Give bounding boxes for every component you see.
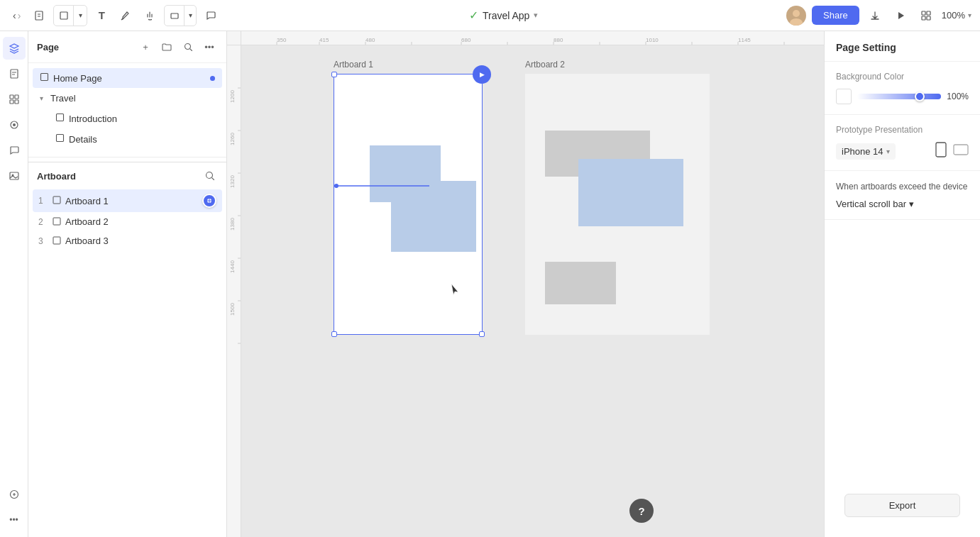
scroll-dropdown-icon[interactable]: ▾ [909, 199, 914, 209]
device-dropdown-icon[interactable]: ▾ [886, 148, 890, 155]
svg-text:1200: 1200 [229, 90, 236, 103]
page-travel-label: Travel [50, 93, 215, 104]
sidebar-icons: ••• [0, 31, 28, 537]
link-indicator[interactable] [202, 194, 216, 208]
plugins-panel-icon[interactable] [3, 483, 26, 506]
artboard-item-2[interactable]: 2 Artboard 2 [33, 212, 222, 231]
bg-color-slider[interactable] [857, 94, 941, 99]
landscape-icon[interactable] [953, 143, 969, 159]
images-panel-icon[interactable] [3, 165, 26, 187]
bg-color-title: Background Color [836, 72, 969, 82]
search-pages-btn[interactable] [180, 38, 197, 55]
export-icon[interactable] [865, 6, 885, 26]
layers-panel-icon[interactable] [3, 37, 26, 60]
pages-panel-header: Page + ••• [28, 31, 226, 63]
main-area: ••• Page + ••• Home Page [0, 31, 980, 537]
avatar[interactable] [786, 6, 806, 26]
components-panel-icon[interactable] [3, 88, 26, 111]
back-icon[interactable]: ‹ [13, 10, 16, 21]
artboard-1-frame[interactable]: ▶ [334, 74, 483, 335]
artboard-2-frame[interactable] [525, 74, 710, 335]
ruler-left-svg: 1200 1260 1320 1380 1440 1500 [227, 45, 241, 537]
title-check-icon: ✓ [469, 9, 478, 22]
canvas-area[interactable]: 350 415 480 680 880 1010 1145 [227, 31, 824, 537]
app-title-dropdown[interactable]: ▾ [534, 11, 538, 20]
export-button[interactable]: Export [844, 494, 960, 517]
svg-rect-27 [53, 237, 60, 244]
hand-icon[interactable] [140, 6, 160, 26]
artboard-num-1: 1 [38, 196, 48, 206]
shape-dropdown-icon[interactable]: ▾ [185, 6, 196, 26]
svg-rect-2 [171, 13, 178, 18]
pages-panel-actions: + ••• [137, 38, 218, 55]
shape-icon[interactable] [165, 6, 185, 26]
corner-handle-bl[interactable] [331, 331, 337, 337]
zoom-control[interactable]: 100% ▾ [942, 10, 971, 21]
prototype-title: Prototype Presentation [836, 125, 969, 135]
comments-panel-icon[interactable] [3, 139, 26, 162]
svg-rect-22 [57, 135, 64, 142]
artboard-item-3[interactable]: 3 Artboard 3 [33, 231, 222, 250]
bg-color-thumb[interactable] [915, 92, 925, 101]
pages-menu-btn[interactable]: ••• [201, 38, 218, 55]
toolbar: ‹ › ▾ T ▾ ✓ Trave [0, 0, 980, 31]
svg-rect-7 [922, 16, 925, 20]
page-home-label: Home Page [53, 73, 207, 84]
corner-handle-br[interactable] [479, 331, 485, 337]
zoom-dropdown-icon[interactable]: ▾ [968, 11, 971, 19]
page-item-details[interactable]: Details [33, 129, 222, 149]
prototype-panel-icon[interactable] [3, 114, 26, 136]
preview-icon[interactable] [891, 6, 910, 26]
svg-rect-26 [53, 218, 60, 225]
svg-rect-5 [922, 11, 925, 15]
svg-point-23 [207, 172, 213, 179]
scroll-value[interactable]: Vertical scroll bar ▾ [836, 199, 914, 209]
forward-icon[interactable]: › [18, 10, 21, 21]
pen-icon[interactable] [116, 6, 136, 26]
ruler-corner [227, 31, 241, 45]
back-forward-nav[interactable]: ‹ › [9, 7, 25, 24]
new-file-icon[interactable] [29, 6, 49, 26]
page-active-dot [210, 76, 215, 81]
add-page-btn[interactable]: + [137, 38, 154, 55]
text-icon[interactable]: T [92, 6, 111, 26]
frame-icon[interactable] [54, 6, 74, 26]
chevron-down-icon[interactable]: ▾ [74, 6, 87, 26]
prototype-device-select[interactable]: iPhone 14 ▾ [836, 143, 896, 160]
page-item-travel[interactable]: ▾ Travel [33, 89, 222, 108]
svg-rect-16 [10, 172, 18, 179]
artboard-search-btn[interactable] [202, 168, 218, 184]
device-orientation-icons [935, 142, 969, 160]
layout-icon[interactable] [916, 6, 936, 26]
svg-rect-8 [927, 16, 930, 20]
page-item-home[interactable]: Home Page [33, 68, 222, 88]
artboard-1-container: Artboard 1 ▶ [334, 60, 483, 335]
svg-text:1260: 1260 [229, 133, 236, 145]
artboard-num-2: 2 [38, 217, 48, 227]
portrait-icon[interactable] [935, 142, 947, 160]
shape-blue-3 [578, 159, 683, 226]
export-section: Export [825, 485, 980, 537]
folder-btn[interactable] [158, 38, 175, 55]
artboard-item-1[interactable]: 1 Artboard 1 [33, 189, 222, 212]
svg-rect-10 [10, 95, 13, 99]
tree-toggle-icon[interactable]: ▾ [40, 94, 43, 102]
bg-color-section: Background Color 100% [825, 62, 980, 115]
canvas-content[interactable]: Artboard 1 ▶ [241, 45, 824, 537]
app-title-label: Travel App [483, 10, 529, 21]
svg-text:1440: 1440 [229, 260, 236, 273]
comment-icon[interactable] [201, 6, 221, 26]
corner-handle-tl[interactable] [331, 72, 337, 77]
page-item-introduction[interactable]: Introduction [33, 109, 222, 128]
pages-panel-title: Page [37, 42, 59, 52]
pages-panel-icon[interactable] [3, 62, 26, 85]
artboard-play-btn[interactable]: ▶ [473, 65, 491, 84]
app-title[interactable]: Travel App ▾ [483, 10, 538, 21]
bg-color-swatch[interactable] [836, 89, 852, 104]
bg-percent: 100% [947, 92, 969, 101]
svg-point-4 [790, 18, 803, 26]
svg-rect-56 [954, 145, 968, 155]
more-icon[interactable]: ••• [3, 509, 26, 531]
share-button[interactable]: Share [812, 6, 859, 25]
help-button[interactable]: ? [629, 499, 654, 523]
